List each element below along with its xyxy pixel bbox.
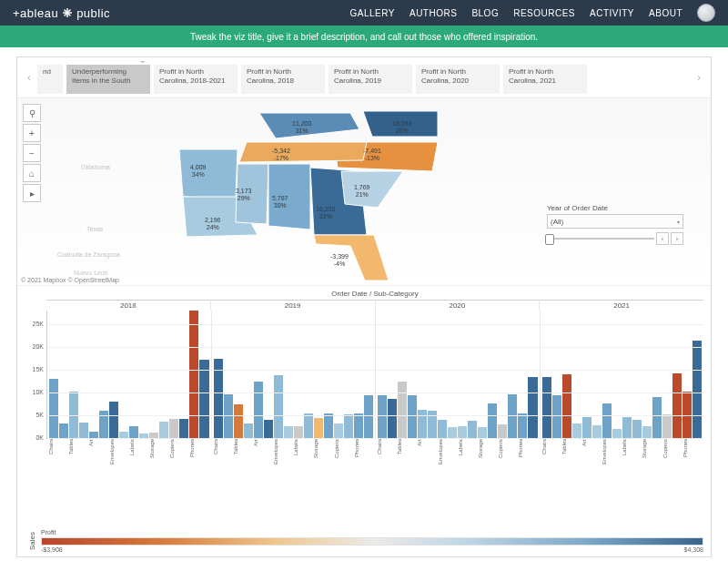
nav-resources[interactable]: RESOURCES bbox=[513, 8, 575, 18]
bar[interactable] bbox=[552, 395, 561, 438]
brand-logo[interactable]: +ableau public bbox=[13, 6, 110, 20]
story-tab[interactable]: Profit in North Carolina, 2019 bbox=[329, 65, 412, 94]
bar[interactable] bbox=[378, 395, 387, 439]
bar[interactable] bbox=[129, 426, 138, 439]
state-tennessee[interactable] bbox=[239, 142, 367, 162]
bar[interactable] bbox=[274, 375, 283, 438]
bar[interactable] bbox=[354, 413, 363, 439]
bar[interactable] bbox=[304, 413, 313, 439]
slider-track[interactable] bbox=[547, 238, 654, 240]
bar[interactable] bbox=[642, 426, 652, 438]
bar[interactable] bbox=[542, 377, 551, 439]
bar[interactable] bbox=[254, 382, 263, 439]
bar[interactable] bbox=[159, 422, 168, 438]
bar[interactable] bbox=[59, 423, 68, 438]
x-tick-label: Phones bbox=[354, 439, 363, 486]
story-tab[interactable]: Profit in North Carolina, 2018-2021 bbox=[154, 65, 238, 94]
story-next-button[interactable]: › bbox=[691, 64, 707, 91]
bar[interactable] bbox=[119, 432, 128, 438]
bar[interactable] bbox=[179, 419, 188, 439]
story-tab[interactable]: Profit in North Carolina, 2018 bbox=[241, 65, 325, 94]
bar[interactable] bbox=[89, 432, 98, 439]
bar[interactable] bbox=[408, 395, 417, 438]
bar[interactable] bbox=[234, 404, 243, 439]
state-kentucky[interactable] bbox=[259, 113, 359, 138]
nav-gallery[interactable]: GALLERY bbox=[350, 8, 395, 18]
bar[interactable] bbox=[672, 373, 682, 438]
bar[interactable] bbox=[662, 414, 672, 438]
story-tab-label: Profit in North Carolina, 2018-2021 bbox=[159, 67, 226, 85]
bar[interactable] bbox=[468, 421, 477, 438]
story-tab[interactable]: nd bbox=[37, 65, 63, 94]
map-pan-button[interactable]: ▸ bbox=[23, 184, 41, 202]
bar[interactable] bbox=[294, 426, 303, 438]
bar[interactable] bbox=[582, 417, 592, 438]
bar[interactable] bbox=[632, 420, 642, 438]
story-tab[interactable]: Profit in North Carolina, 2020 bbox=[416, 65, 500, 94]
bar[interactable] bbox=[622, 417, 632, 438]
slider-prev-button[interactable]: ‹ bbox=[656, 232, 669, 245]
nav-blog[interactable]: BLOG bbox=[471, 8, 499, 18]
nav-about[interactable]: ABOUT bbox=[649, 8, 682, 18]
story-tab[interactable]: Profit in North Carolina, 2021 bbox=[503, 65, 587, 94]
bar[interactable] bbox=[562, 374, 571, 438]
bar[interactable] bbox=[602, 403, 612, 439]
bar[interactable] bbox=[398, 382, 407, 439]
nav-authors[interactable]: AUTHORS bbox=[410, 8, 457, 18]
state-south-carolina[interactable] bbox=[341, 171, 403, 208]
story-tab[interactable]: ↺Underperforming Items in the South bbox=[66, 65, 150, 94]
bar[interactable] bbox=[344, 414, 353, 438]
bar[interactable] bbox=[189, 311, 198, 438]
bar-plot[interactable]: 0K5K10K15K20K25K bbox=[46, 311, 703, 439]
bar[interactable] bbox=[284, 426, 293, 438]
bar[interactable] bbox=[592, 425, 602, 438]
map-search-button[interactable]: ⚲ bbox=[23, 104, 41, 122]
state-arkansas[interactable] bbox=[179, 149, 238, 199]
bar[interactable] bbox=[388, 399, 397, 438]
map-panel[interactable]: ⚲ + − ⌂ ▸ OklahomaTexasCoahuila de Zarag… bbox=[17, 98, 711, 286]
map-home-button[interactable]: ⌂ bbox=[23, 164, 41, 182]
nav-activity[interactable]: ACTIVITY bbox=[590, 8, 634, 18]
bar[interactable] bbox=[49, 379, 58, 438]
slider-next-button[interactable]: › bbox=[671, 232, 683, 245]
bar[interactable] bbox=[438, 420, 447, 438]
bar[interactable] bbox=[264, 420, 273, 438]
bar[interactable] bbox=[458, 426, 467, 438]
bar[interactable] bbox=[693, 341, 702, 439]
year-filter-select[interactable]: (All) ▾ bbox=[547, 214, 683, 229]
bar[interactable] bbox=[488, 403, 497, 439]
bar[interactable] bbox=[518, 413, 527, 439]
state-mississippi[interactable] bbox=[236, 164, 268, 224]
x-tick-label: Art bbox=[253, 439, 262, 486]
bar[interactable] bbox=[314, 418, 323, 438]
bar[interactable] bbox=[364, 395, 373, 438]
x-labels: ChairsTablesArtEnvelopesLabelsStorageCop… bbox=[46, 439, 703, 486]
x-tick-label: Art bbox=[88, 439, 97, 486]
slider-thumb[interactable] bbox=[545, 234, 554, 245]
bar[interactable] bbox=[109, 402, 118, 438]
story-prev-button[interactable]: ‹ bbox=[21, 64, 37, 91]
map-zoom-in-button[interactable]: + bbox=[23, 124, 41, 142]
bar[interactable] bbox=[79, 423, 88, 438]
state-alabama[interactable] bbox=[268, 164, 310, 230]
bar[interactable] bbox=[244, 423, 253, 438]
state-florida[interactable] bbox=[314, 235, 389, 280]
x-tick-label: Storage bbox=[149, 439, 158, 486]
bar[interactable] bbox=[478, 427, 487, 438]
bar[interactable] bbox=[612, 429, 622, 439]
avatar[interactable] bbox=[697, 4, 715, 22]
bar[interactable] bbox=[334, 423, 343, 439]
bar[interactable] bbox=[324, 413, 333, 439]
refresh-icon[interactable]: ↺ bbox=[139, 61, 147, 66]
year-slider[interactable]: ‹ › bbox=[547, 232, 683, 245]
bar[interactable] bbox=[528, 377, 537, 439]
bar[interactable] bbox=[498, 424, 507, 438]
bar[interactable] bbox=[652, 397, 662, 439]
map-zoom-out-button[interactable]: − bbox=[23, 144, 41, 162]
bar[interactable] bbox=[448, 427, 457, 438]
bar[interactable] bbox=[418, 410, 427, 439]
bar[interactable] bbox=[199, 360, 208, 439]
bar[interactable] bbox=[572, 423, 581, 439]
state-virginia[interactable] bbox=[363, 111, 438, 137]
bar[interactable] bbox=[169, 419, 178, 438]
